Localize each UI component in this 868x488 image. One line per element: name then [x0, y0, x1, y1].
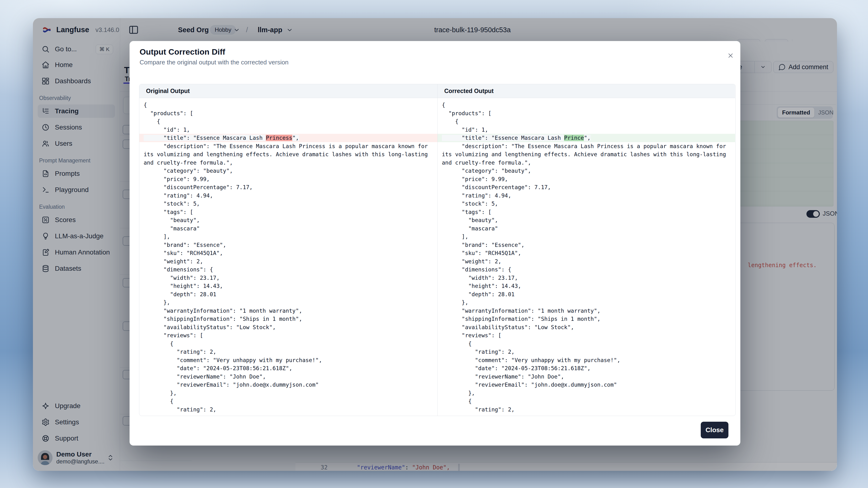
- diff-line: "date": "2024-05-23T08:56:21.618Z",: [140, 364, 437, 372]
- original-output-header: Original Output: [140, 84, 437, 98]
- diff-line: "sku": "RCH45Q1A",: [438, 249, 735, 257]
- diff-line: "availabilityStatus": "Low Stock",: [438, 323, 735, 331]
- diff-line: },: [438, 389, 735, 397]
- diff-line: "width": 23.17,: [140, 274, 437, 282]
- original-output-column: Original Output { "products": [ { "id": …: [140, 84, 437, 416]
- diff-line: and cruelty-free formula.",: [438, 159, 735, 167]
- close-icon[interactable]: [727, 52, 734, 59]
- diff-line: "rating": 2,: [140, 348, 437, 356]
- diff-line: "beauty",: [140, 216, 437, 224]
- diff-line: ],: [140, 233, 437, 241]
- diff-line: {: [140, 339, 437, 348]
- diff-line: "reviews": [: [438, 331, 735, 339]
- diff-line: "reviewerName": "John Doe",: [140, 372, 437, 381]
- diff-line: {: [438, 339, 735, 348]
- modal-title: Output Correction Diff: [140, 47, 225, 57]
- diff-line: "category": "beauty",: [140, 167, 437, 175]
- diff-line: "mascara": [140, 224, 437, 233]
- diff-line: {: [140, 397, 437, 405]
- diff-line: "rating": 2,: [438, 348, 735, 356]
- diff-line: "dimensions": {: [140, 265, 437, 274]
- corrected-output-body[interactable]: { "products": [ { "id": 1, "title": "Ess…: [438, 98, 735, 416]
- diff-line: "id": 1,: [438, 126, 735, 134]
- diff-line: {: [140, 101, 437, 109]
- diff-line: "id": 1,: [140, 126, 437, 134]
- diff-added-line: "title": "Essence Mascara Lash Prince",: [438, 134, 735, 142]
- diff-line: {: [438, 117, 735, 126]
- diff-line: "comment": "Very unhappy with my purchas…: [438, 356, 735, 364]
- diff-line: "availabilityStatus": "Low Stock",: [140, 323, 437, 331]
- diff-line: "rating": 4.94,: [140, 192, 437, 200]
- diff-line: "width": 23.17,: [438, 274, 735, 282]
- diff-line: "dimensions": {: [438, 265, 735, 274]
- original-output-body[interactable]: { "products": [ { "id": 1, "title": "Ess…: [140, 98, 437, 416]
- diff-line: "products": [: [140, 109, 437, 118]
- output-correction-diff-modal: Output Correction Diff Compare the origi…: [129, 41, 740, 446]
- diff-container: Original Output { "products": [ { "id": …: [139, 84, 736, 416]
- diff-line: its volumizing and lengthening effects. …: [438, 150, 735, 159]
- diff-line: },: [140, 298, 437, 307]
- added-word: Prince: [564, 135, 584, 141]
- diff-line: "rating": 4.94,: [438, 192, 735, 200]
- corrected-output-header: Corrected Output: [438, 84, 735, 98]
- diff-line: "warrantyInformation": "1 month warranty…: [140, 307, 437, 315]
- removed-word: Princess: [266, 135, 292, 141]
- diff-line: "tags": [: [140, 208, 437, 216]
- diff-line: "rating": 2,: [438, 405, 735, 414]
- modal-subtitle: Compare the original output with the cor…: [140, 59, 288, 66]
- diff-line: "stock": 5,: [140, 200, 437, 208]
- diff-line: "price": 9.99,: [438, 175, 735, 184]
- diff-line: "depth": 28.01: [438, 290, 735, 299]
- diff-line: "weight": 2,: [140, 257, 437, 266]
- close-button[interactable]: Close: [701, 422, 728, 438]
- diff-line: "weight": 2,: [438, 257, 735, 266]
- diff-line: "date": "2024-05-23T08:56:21.618Z",: [438, 364, 735, 372]
- diff-line: "reviewerEmail": "john.doe@x.dummyjson.c…: [438, 381, 735, 389]
- diff-line: "height": 14.43,: [140, 282, 437, 290]
- diff-line: "rating": 2,: [140, 405, 437, 414]
- diff-line: "depth": 28.01: [140, 290, 437, 299]
- diff-line: "shippingInformation": "Ships in 1 month…: [140, 315, 437, 323]
- diff-line: "brand": "Essence",: [438, 241, 735, 249]
- diff-line: "tags": [: [438, 208, 735, 216]
- diff-line: {: [438, 397, 735, 405]
- diff-line: "reviewerName": "John Doe",: [438, 372, 735, 381]
- diff-line: ],: [438, 233, 735, 241]
- diff-line: "mascara": [438, 224, 735, 233]
- diff-line: },: [438, 298, 735, 307]
- diff-line: "discountPercentage": 7.17,: [438, 183, 735, 192]
- corrected-output-column: Corrected Output { "products": [ { "id":…: [437, 84, 735, 416]
- diff-line: "stock": 5,: [438, 200, 735, 208]
- diff-line: {: [438, 101, 735, 109]
- diff-line: "description": "The Essence Mascara Lash…: [140, 142, 437, 151]
- diff-line: "shippingInformation": "Ships in 1 month…: [438, 315, 735, 323]
- diff-line: "category": "beauty",: [438, 167, 735, 175]
- diff-removed-line: "title": "Essence Mascara Lash Princess"…: [140, 134, 437, 142]
- diff-line: and cruelty-free formula.",: [140, 159, 437, 167]
- diff-line: "height": 14.43,: [438, 282, 735, 290]
- diff-line: "description": "The Essence Mascara Lash…: [438, 142, 735, 151]
- diff-line: "warrantyInformation": "1 month warranty…: [438, 307, 735, 315]
- diff-line: "brand": "Essence",: [140, 241, 437, 249]
- diff-line: "beauty",: [438, 216, 735, 224]
- diff-line: "reviewerEmail": "john.doe@x.dummyjson.c…: [140, 381, 437, 389]
- diff-line: {: [140, 117, 437, 126]
- diff-line: "products": [: [438, 109, 735, 118]
- diff-line: "price": 9.99,: [140, 175, 437, 184]
- diff-line: "comment": "Very unhappy with my purchas…: [140, 356, 437, 364]
- diff-line: },: [140, 389, 437, 397]
- diff-line: "sku": "RCH45Q1A",: [140, 249, 437, 257]
- diff-line: "discountPercentage": 7.17,: [140, 183, 437, 192]
- diff-line: its volumizing and lengthening effects. …: [140, 150, 437, 159]
- diff-line: "reviews": [: [140, 331, 437, 339]
